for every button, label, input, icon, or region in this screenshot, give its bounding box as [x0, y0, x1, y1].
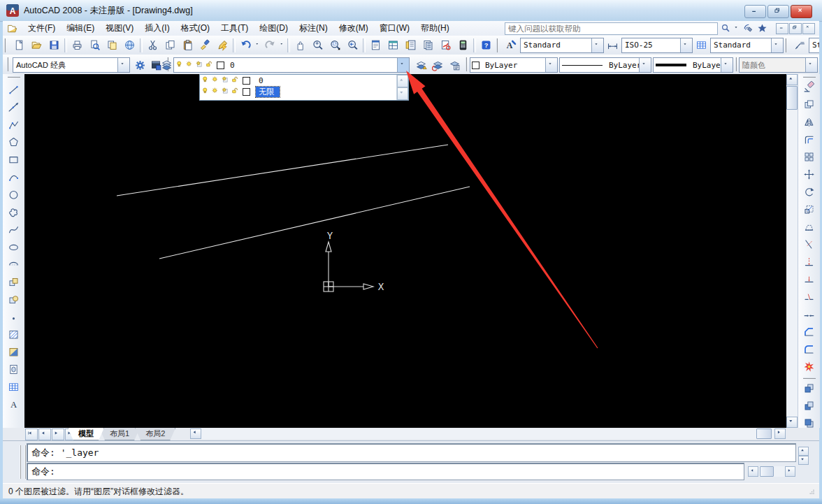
offset-button[interactable]	[800, 131, 819, 148]
scroll-up-button[interactable]	[786, 74, 798, 85]
ellipse-button[interactable]	[5, 238, 23, 256]
menu-标注N[interactable]: 标注(N)	[294, 21, 333, 36]
command-scroll-thumb[interactable]	[760, 466, 774, 477]
table-style-combo[interactable]: Standard	[710, 38, 784, 53]
canvas-vertical-scrollbar[interactable]	[786, 74, 798, 428]
command-history[interactable]: 命令: '_layer	[27, 443, 796, 462]
break-button[interactable]	[800, 288, 819, 305]
hatch-button[interactable]	[5, 326, 23, 343]
viewport-freeze-icon[interactable]	[196, 61, 205, 70]
window-restore-button[interactable]	[767, 5, 789, 18]
join-button[interactable]	[800, 305, 819, 323]
fillet-button[interactable]	[800, 340, 819, 358]
workspace-combo[interactable]: AutoCAD 经典	[13, 57, 130, 73]
make-block-button[interactable]	[5, 291, 23, 308]
polygon-button[interactable]	[5, 134, 23, 151]
multiline-text-button[interactable]: A	[5, 396, 23, 413]
copy-button[interactable]	[800, 96, 819, 113]
match-properties-button[interactable]	[196, 37, 214, 54]
properties-palette-button[interactable]	[367, 37, 384, 54]
doc-minimize-button[interactable]	[776, 23, 788, 34]
break-at-point-button[interactable]	[800, 271, 819, 288]
window-minimize-button[interactable]	[744, 5, 766, 18]
help-search-input[interactable]	[505, 22, 718, 35]
bulb-on-icon[interactable]	[176, 61, 185, 70]
mirror-button[interactable]	[800, 113, 819, 131]
text-style-combo[interactable]: Standard	[520, 38, 604, 53]
unlock-icon[interactable]	[231, 76, 240, 85]
color-combo[interactable]: ByLayer	[470, 57, 558, 73]
send-to-back-button[interactable]	[800, 397, 819, 415]
pan-realtime-button[interactable]	[291, 37, 309, 54]
plot-button[interactable]	[68, 37, 86, 54]
toolbar-grip[interactable]	[7, 57, 11, 71]
sun-icon[interactable]	[212, 87, 221, 96]
lineweight-combo[interactable]: ByLayer	[653, 57, 733, 73]
stretch-button[interactable]	[800, 218, 819, 236]
scroll-left-button[interactable]	[748, 466, 758, 477]
scale-button[interactable]	[800, 201, 819, 218]
sun-icon[interactable]	[186, 61, 195, 70]
scroll-right-button[interactable]	[785, 466, 795, 477]
chevron-down-icon[interactable]	[591, 38, 603, 52]
layer-option-无限[interactable]: 无限	[200, 86, 396, 97]
menu-修改M[interactable]: 修改(M)	[333, 21, 374, 36]
block-editor-button[interactable]	[214, 37, 231, 54]
line-button[interactable]	[5, 81, 23, 99]
ellipse-arc-button[interactable]	[5, 256, 23, 273]
tab-布局1[interactable]: 布局1	[99, 428, 140, 440]
chevron-down-icon[interactable]	[680, 38, 692, 52]
polyline-button[interactable]	[5, 116, 23, 134]
undo-button[interactable]	[237, 37, 254, 54]
menu-视图V[interactable]: 视图(V)	[100, 21, 139, 36]
help-button[interactable]: ?	[477, 37, 495, 54]
doc-restore-button[interactable]	[789, 23, 802, 34]
bring-to-front-button[interactable]	[800, 380, 819, 397]
search-icon[interactable]	[720, 23, 732, 34]
scroll-left-button[interactable]	[190, 429, 201, 439]
scroll-up-button[interactable]	[798, 447, 809, 456]
insert-block-button[interactable]	[5, 273, 23, 291]
doc-close-button[interactable]	[802, 23, 815, 34]
toolbar-grip[interactable]	[785, 38, 789, 52]
layer-states-manager-button[interactable]	[446, 57, 463, 73]
command-input[interactable]: 命令:	[27, 463, 744, 480]
layer-option-label[interactable]: 0	[256, 76, 269, 85]
scroll-down-button[interactable]	[786, 417, 798, 428]
erase-button[interactable]	[800, 78, 819, 96]
menu-文件F[interactable]: 文件(F)	[22, 21, 61, 36]
move-button[interactable]	[800, 166, 819, 183]
zoom-previous-button[interactable]	[344, 37, 361, 54]
make-object-layer-current-button[interactable]	[412, 57, 430, 73]
designcenter-button[interactable]	[384, 37, 402, 54]
vp-sun-icon[interactable]	[222, 87, 231, 96]
layer-combo-dropdown-button[interactable]	[397, 58, 409, 72]
chevron-down-icon[interactable]	[639, 58, 651, 72]
layer-combo[interactable]: 0	[173, 57, 410, 73]
menu-格式O[interactable]: 格式(O)	[175, 21, 215, 36]
gradient-button[interactable]	[5, 343, 23, 361]
drawing-canvas[interactable]: YX	[24, 74, 786, 428]
extend-button[interactable]	[800, 253, 819, 271]
trim-button[interactable]	[800, 236, 819, 253]
menu-插入I[interactable]: 插入(I)	[139, 21, 175, 36]
horizontal-scroll-thumb[interactable]	[756, 429, 772, 439]
sheet-set-manager-button[interactable]	[419, 37, 437, 54]
favorites-star-icon[interactable]	[756, 23, 768, 34]
markup-set-manager-button[interactable]	[437, 37, 454, 54]
text-style-button[interactable]: A	[503, 37, 520, 54]
revision-cloud-button[interactable]	[5, 203, 23, 221]
explode-button[interactable]	[800, 358, 819, 375]
workspace-settings-button[interactable]	[131, 57, 149, 73]
scroll-down-button[interactable]	[798, 456, 809, 465]
chevron-down-icon[interactable]	[545, 58, 557, 72]
menu-工具T[interactable]: 工具(T)	[215, 21, 254, 36]
tab-prev-button[interactable]	[38, 429, 51, 440]
sun-icon[interactable]	[212, 76, 221, 85]
layer-color-swatch[interactable]	[243, 88, 250, 96]
cut-button[interactable]	[144, 37, 161, 54]
web-publish-button[interactable]	[121, 37, 138, 54]
menu-帮助H[interactable]: 帮助(H)	[415, 21, 455, 36]
multileader-style-button[interactable]	[791, 37, 809, 54]
table-style-button[interactable]	[693, 37, 710, 54]
